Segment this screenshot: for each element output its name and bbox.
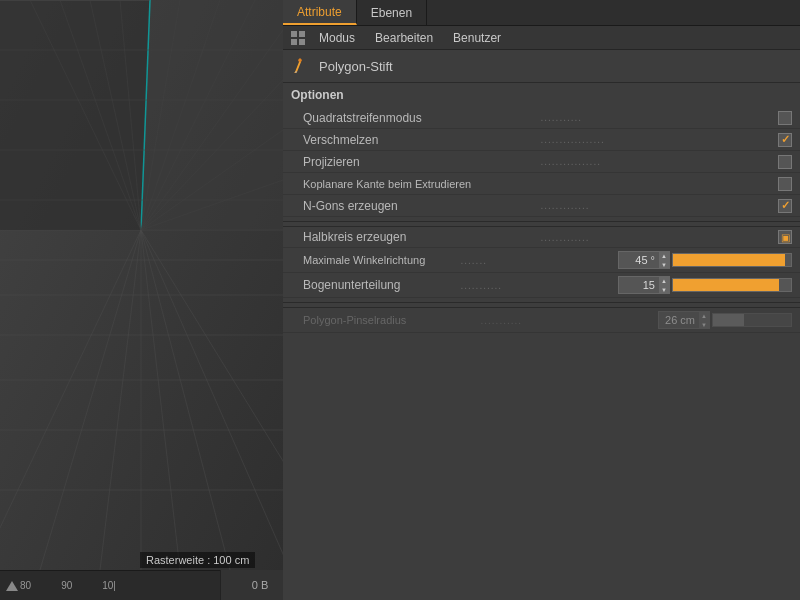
checkbox-verschmelzen[interactable]	[778, 133, 792, 147]
slider-winkelrichtung[interactable]	[672, 253, 792, 267]
number-input-pinselradius: 26 cm ▲ ▼	[658, 311, 710, 329]
arrow-down-pinselradius: ▼	[699, 320, 709, 329]
menu-benutzer[interactable]: Benutzer	[443, 29, 511, 47]
option-label-koplanare-kante: Koplanare Kante beim Extrudieren	[303, 178, 774, 190]
dots-0: ...........	[537, 112, 779, 123]
number-arrows-pinselradius: ▲ ▼	[699, 311, 709, 329]
checkbox-projizieren[interactable]	[778, 155, 792, 169]
menu-bar: Modus Bearbeiten Benutzer	[283, 26, 800, 50]
ruler-tick-90: 90	[61, 580, 72, 591]
option-label-maximale-winkelrichtung: Maximale Winkelrichtung	[303, 254, 457, 266]
arrow-down-bogenunterteilung[interactable]: ▼	[659, 285, 669, 294]
option-quadratstreifenmodus: Quadratstreifenmodus ...........	[283, 107, 800, 129]
checkbox-koplanare-kante[interactable]	[778, 177, 792, 191]
option-label-projizieren: Projizieren	[303, 155, 537, 169]
arrow-up-pinselradius: ▲	[699, 311, 709, 320]
arrow-up-bogenunterteilung[interactable]: ▲	[659, 276, 669, 285]
slider-fill-winkelrichtung	[673, 254, 785, 266]
section-optionen-title: Optionen	[283, 83, 800, 107]
option-bogenunterteilung: Bogenunterteilung ........... 15 ▲ ▼	[283, 273, 800, 298]
slider-bogenunterteilung[interactable]	[672, 278, 792, 292]
slider-fill-bogenunterteilung	[673, 279, 779, 291]
dots-6: .......	[457, 255, 619, 266]
number-value-bogenunterteilung: 15	[619, 279, 659, 291]
tab-ebenen[interactable]: Ebenen	[357, 0, 427, 25]
grid-icon	[291, 31, 305, 45]
viewport	[0, 0, 283, 570]
checkbox-ngons-erzeugen[interactable]	[778, 199, 792, 213]
menu-bearbeiten[interactable]: Bearbeiten	[365, 29, 443, 47]
number-value-winkelrichtung: 45 °	[619, 254, 659, 266]
number-input-winkelrichtung[interactable]: 45 ° ▲ ▼	[618, 251, 670, 269]
option-label-halbkreis-erzeugen: Halbkreis erzeugen	[303, 230, 537, 244]
option-label-quadratstreifenmodus: Quadratstreifenmodus	[303, 111, 537, 125]
dots-4: .............	[537, 200, 779, 211]
raster-label: Rasterweite : 100 cm	[140, 552, 255, 568]
dots-7: ...........	[457, 280, 619, 291]
dots-2: ................	[537, 156, 779, 167]
option-maximale-winkelrichtung: Maximale Winkelrichtung ....... 45 ° ▲ ▼	[283, 248, 800, 273]
tool-name: Polygon-Stift	[319, 59, 393, 74]
slider-pinselradius	[712, 313, 792, 327]
viewport-grid	[0, 0, 283, 570]
svg-marker-40	[294, 62, 301, 73]
ruler-tick-100: 10|	[102, 580, 116, 591]
dots-1: .................	[537, 134, 779, 145]
tool-header: Polygon-Stift	[283, 50, 800, 83]
option-label-polygon-pinselradius: Polygon-Pinselradius	[303, 314, 477, 326]
option-halbkreis-erzeugen: Halbkreis erzeugen .............	[283, 226, 800, 248]
options-section: Optionen Quadratstreifenmodus ..........…	[283, 83, 800, 600]
menu-modus[interactable]: Modus	[309, 29, 365, 47]
option-label-ngons-erzeugen: N-Gons erzeugen	[303, 199, 537, 213]
option-label-verschmelzen: Verschmelzen	[303, 133, 537, 147]
number-arrows-winkelrichtung: ▲ ▼	[659, 251, 669, 269]
number-value-pinselradius: 26 cm	[659, 314, 699, 326]
checkbox-halbkreis-erzeugen[interactable]	[778, 230, 792, 244]
panel: Attribute Ebenen Modus Bearbeiten Benutz…	[283, 0, 800, 600]
option-verschmelzen: Verschmelzen .................	[283, 129, 800, 151]
number-input-bogenunterteilung[interactable]: 15 ▲ ▼	[618, 276, 670, 294]
pencil-icon	[291, 56, 311, 76]
svg-marker-17	[141, 0, 283, 230]
ruler: 80 90 10|	[0, 570, 220, 600]
dots-5: .............	[537, 232, 779, 243]
dots-8: ...........	[477, 315, 659, 326]
arrow-up-winkelrichtung[interactable]: ▲	[659, 251, 669, 260]
tab-attribute[interactable]: Attribute	[283, 0, 357, 25]
option-label-bogenunterteilung: Bogenunterteilung	[303, 278, 457, 292]
arrow-down-winkelrichtung[interactable]: ▼	[659, 260, 669, 269]
option-ngons-erzeugen: N-Gons erzeugen .............	[283, 195, 800, 217]
separator-1	[283, 221, 800, 222]
number-arrows-bogenunterteilung: ▲ ▼	[659, 276, 669, 294]
option-koplanare-kante: Koplanare Kante beim Extrudieren	[283, 173, 800, 195]
tab-bar: Attribute Ebenen	[283, 0, 800, 26]
ruler-tick-80: 80	[20, 580, 31, 591]
option-projizieren: Projizieren ................	[283, 151, 800, 173]
checkbox-quadratstreifenmodus[interactable]	[778, 111, 792, 125]
svg-marker-41	[298, 58, 302, 62]
separator-2	[283, 302, 800, 303]
svg-marker-16	[0, 0, 150, 230]
object-label: 0 B	[252, 579, 269, 591]
option-polygon-pinselradius: Polygon-Pinselradius ........... 26 cm ▲…	[283, 307, 800, 333]
slider-fill-pinselradius	[713, 314, 744, 326]
